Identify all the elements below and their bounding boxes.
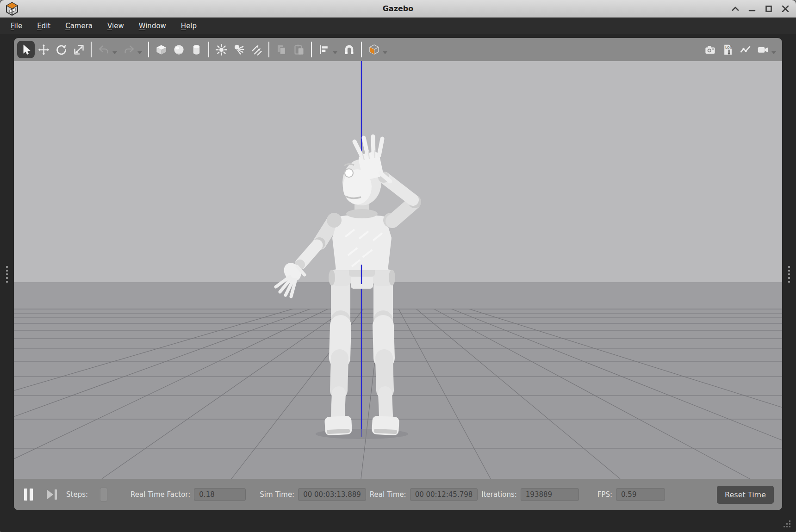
maximize-button[interactable]: [764, 4, 774, 14]
select-tool-button[interactable]: [17, 41, 35, 58]
toolbar-separator: [268, 42, 269, 57]
align-dropdown-icon[interactable]: [333, 51, 337, 54]
minimize-button[interactable]: [747, 4, 757, 14]
view-angle-cube-icon: [368, 43, 380, 56]
menu-edit[interactable]: Edit: [32, 19, 56, 33]
point-light-icon: [215, 43, 228, 56]
undo-button[interactable]: [95, 41, 112, 58]
directional-light-button[interactable]: [248, 41, 265, 58]
close-button[interactable]: [780, 4, 790, 14]
align-icon: [318, 43, 330, 56]
scale-tool-button[interactable]: [70, 41, 87, 58]
svg-text:LOG: LOG: [725, 46, 732, 49]
sim-time-value: 00 00:03:13.889: [298, 488, 366, 501]
log-recorder-icon: LOG: [721, 43, 734, 56]
screenshot-camera-icon: [704, 43, 716, 56]
fps-value: 0.59: [616, 488, 665, 501]
splitter-grip-icon: [788, 266, 790, 283]
pause-button[interactable]: [22, 487, 35, 502]
right-panel-splitter[interactable]: [782, 38, 796, 510]
view-angle-button[interactable]: [365, 41, 383, 58]
step-button[interactable]: [45, 488, 59, 501]
shade-button[interactable]: [730, 4, 740, 14]
toolbar-separator: [361, 42, 362, 57]
video-recorder-button[interactable]: [754, 41, 771, 58]
menu-view[interactable]: View: [102, 19, 129, 33]
scene-render: [14, 61, 782, 479]
undo-icon: [98, 43, 110, 56]
spot-light-button[interactable]: [230, 41, 248, 58]
rotate-icon: [55, 43, 68, 56]
insert-box-button[interactable]: [152, 41, 170, 58]
point-light-button[interactable]: [212, 41, 230, 58]
menubar: File Edit Camera View Window Help: [0, 18, 796, 34]
bottom-frame: [0, 510, 796, 532]
steps-label: Steps:: [66, 490, 88, 499]
undo-dropdown-icon[interactable]: [112, 51, 117, 54]
insert-sphere-button[interactable]: [170, 41, 187, 58]
paste-button[interactable]: [290, 41, 308, 58]
step-play-icon: [47, 489, 53, 500]
copy-icon: [275, 43, 288, 56]
log-recorder-button[interactable]: LOG: [719, 41, 736, 58]
menu-file[interactable]: File: [6, 19, 27, 33]
video-recorder-icon: [757, 43, 769, 56]
resize-grip-icon[interactable]: [782, 519, 791, 528]
iterations-label: Iterations:: [481, 490, 517, 499]
select-arrow-icon: [20, 43, 32, 56]
insert-cylinder-button[interactable]: [187, 41, 205, 58]
rtf-value: 0.18: [194, 488, 246, 501]
statusbar: Steps: Real Time Factor: 0.18 Sim Time: …: [14, 479, 782, 510]
sim-time-label: Sim Time:: [260, 490, 294, 499]
gazebo-window: Gazebo File Edit Camera View Window Help: [0, 0, 796, 532]
reset-time-button[interactable]: Reset Time: [717, 486, 774, 504]
scale-icon: [73, 43, 85, 56]
menu-camera[interactable]: Camera: [60, 19, 98, 33]
real-time-label: Real Time:: [370, 490, 406, 499]
redo-dropdown-icon[interactable]: [137, 51, 142, 54]
toolbar-separator: [208, 42, 209, 57]
toolbar-separator: [91, 42, 92, 57]
spot-light-icon: [233, 43, 245, 56]
view-angle-dropdown-icon[interactable]: [383, 51, 387, 54]
copy-button[interactable]: [273, 41, 290, 58]
snap-magnet-icon: [343, 43, 355, 56]
menu-help[interactable]: Help: [176, 19, 202, 33]
plot-button[interactable]: [736, 41, 754, 58]
video-dropdown-icon[interactable]: [771, 51, 776, 54]
splitter-grip-icon: [6, 266, 8, 283]
redo-icon: [123, 43, 135, 56]
cylinder-shape-icon: [190, 43, 203, 56]
menu-window[interactable]: Window: [134, 19, 171, 33]
screenshot-button[interactable]: [701, 41, 719, 58]
real-time-value: 00 00:12:45.798: [410, 488, 478, 501]
box-shape-icon: [155, 43, 168, 56]
viewport-3d[interactable]: [14, 61, 782, 479]
plot-chart-icon: [739, 43, 752, 56]
toolbar-separator: [311, 42, 312, 57]
snap-button[interactable]: [340, 41, 358, 58]
toolbar-separator: [148, 42, 149, 57]
redo-button[interactable]: [120, 41, 137, 58]
iterations-value: 193889: [521, 488, 579, 501]
paste-icon: [293, 43, 305, 56]
fps-label: FPS:: [597, 490, 612, 499]
rtf-label: Real Time Factor:: [131, 490, 190, 499]
align-button[interactable]: [315, 41, 333, 58]
rotate-tool-button[interactable]: [52, 41, 70, 58]
steps-spinbox[interactable]: [100, 488, 107, 501]
titlebar[interactable]: Gazebo: [0, 0, 796, 18]
translate-tool-button[interactable]: [35, 41, 52, 58]
left-panel-splitter[interactable]: [0, 38, 14, 510]
directional-light-icon: [250, 43, 263, 56]
step-bar-icon: [55, 489, 57, 500]
main-frame: LOG: [0, 34, 796, 510]
translate-icon: [37, 43, 50, 56]
window-title: Gazebo: [0, 4, 796, 13]
sphere-shape-icon: [173, 43, 185, 56]
toolbar: LOG: [14, 38, 782, 61]
